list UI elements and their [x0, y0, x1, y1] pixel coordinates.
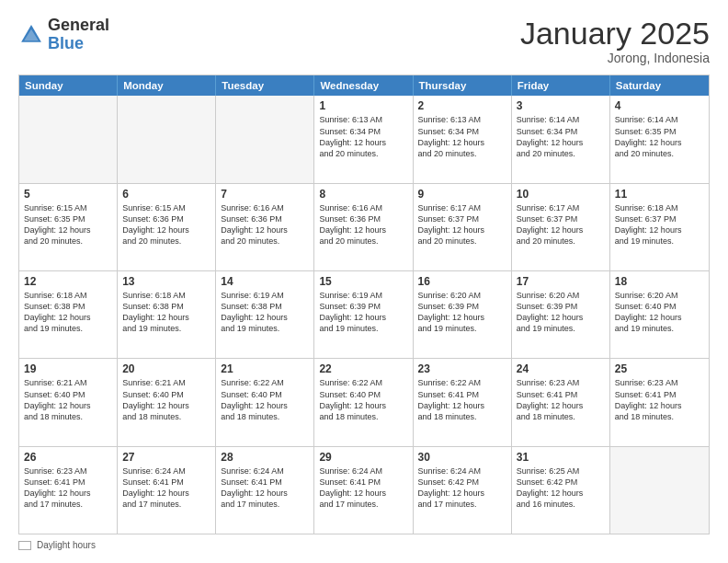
day-number: 2 [418, 99, 506, 112]
day-number: 6 [122, 188, 210, 201]
header: General Blue January 2025 Jorong, Indone… [18, 17, 710, 65]
day-number: 28 [221, 451, 309, 464]
calendar-cell: 4Sunrise: 6:14 AM Sunset: 6:35 PM Daylig… [610, 96, 709, 182]
calendar-cell: 2Sunrise: 6:13 AM Sunset: 6:34 PM Daylig… [414, 96, 512, 182]
calendar-cell: 17Sunrise: 6:20 AM Sunset: 6:39 PM Dayli… [512, 271, 610, 358]
calendar-cell: 11Sunrise: 6:18 AM Sunset: 6:37 PM Dayli… [610, 184, 709, 270]
calendar-title: January 2025 [520, 17, 710, 51]
calendar-cell: 3Sunrise: 6:14 AM Sunset: 6:34 PM Daylig… [512, 96, 610, 182]
calendar: SundayMondayTuesdayWednesdayThursdayFrid… [18, 75, 710, 534]
day-number: 5 [24, 188, 112, 201]
calendar-cell: 12Sunrise: 6:18 AM Sunset: 6:38 PM Dayli… [19, 271, 118, 358]
day-number: 24 [517, 362, 605, 375]
cell-details: Sunrise: 6:22 AM Sunset: 6:41 PM Dayligh… [418, 377, 506, 422]
day-number: 1 [319, 99, 407, 112]
day-number: 16 [418, 275, 506, 288]
day-number: 31 [517, 451, 605, 464]
calendar-week-row: 26Sunrise: 6:23 AM Sunset: 6:41 PM Dayli… [19, 446, 709, 534]
day-number: 30 [418, 451, 506, 464]
calendar-subtitle: Jorong, Indonesia [520, 51, 710, 65]
calendar-cell: 9Sunrise: 6:17 AM Sunset: 6:37 PM Daylig… [414, 184, 512, 270]
calendar-cell: 7Sunrise: 6:16 AM Sunset: 6:36 PM Daylig… [216, 184, 314, 270]
day-number: 19 [24, 362, 112, 375]
calendar-cell: 23Sunrise: 6:22 AM Sunset: 6:41 PM Dayli… [414, 359, 512, 445]
daylight-box [18, 541, 31, 550]
calendar-header-row: SundayMondayTuesdayWednesdayThursdayFrid… [19, 75, 709, 96]
cell-details: Sunrise: 6:19 AM Sunset: 6:39 PM Dayligh… [319, 290, 407, 335]
calendar-cell: 31Sunrise: 6:25 AM Sunset: 6:42 PM Dayli… [512, 447, 610, 534]
cell-details: Sunrise: 6:16 AM Sunset: 6:36 PM Dayligh… [221, 202, 309, 247]
calendar-week-row: 1Sunrise: 6:13 AM Sunset: 6:34 PM Daylig… [19, 96, 709, 182]
cell-details: Sunrise: 6:20 AM Sunset: 6:40 PM Dayligh… [615, 290, 704, 335]
day-number: 9 [418, 188, 506, 201]
calendar-cell: 15Sunrise: 6:19 AM Sunset: 6:39 PM Dayli… [314, 271, 413, 358]
calendar-cell: 1Sunrise: 6:13 AM Sunset: 6:34 PM Daylig… [314, 96, 413, 182]
calendar-cell: 22Sunrise: 6:22 AM Sunset: 6:40 PM Dayli… [314, 359, 413, 445]
calendar-cell: 24Sunrise: 6:23 AM Sunset: 6:41 PM Dayli… [512, 359, 610, 445]
cell-details: Sunrise: 6:21 AM Sunset: 6:40 PM Dayligh… [24, 377, 112, 422]
cell-details: Sunrise: 6:20 AM Sunset: 6:39 PM Dayligh… [517, 290, 605, 335]
calendar-body: 1Sunrise: 6:13 AM Sunset: 6:34 PM Daylig… [19, 96, 709, 534]
cell-details: Sunrise: 6:23 AM Sunset: 6:41 PM Dayligh… [615, 377, 704, 422]
cell-details: Sunrise: 6:13 AM Sunset: 6:34 PM Dayligh… [319, 114, 407, 159]
cell-details: Sunrise: 6:13 AM Sunset: 6:34 PM Dayligh… [418, 114, 506, 159]
cell-details: Sunrise: 6:17 AM Sunset: 6:37 PM Dayligh… [418, 202, 506, 247]
calendar-day-header: Monday [118, 75, 216, 96]
day-number: 8 [319, 188, 407, 201]
day-number: 25 [615, 362, 704, 375]
cell-details: Sunrise: 6:22 AM Sunset: 6:40 PM Dayligh… [319, 377, 407, 422]
calendar-cell: 21Sunrise: 6:22 AM Sunset: 6:40 PM Dayli… [216, 359, 314, 445]
cell-details: Sunrise: 6:22 AM Sunset: 6:40 PM Dayligh… [221, 377, 309, 422]
day-number: 12 [24, 275, 112, 288]
cell-details: Sunrise: 6:24 AM Sunset: 6:41 PM Dayligh… [319, 465, 407, 511]
calendar-day-header: Saturday [610, 75, 709, 96]
day-number: 22 [319, 362, 407, 375]
day-number: 15 [319, 275, 407, 288]
calendar-cell [610, 447, 709, 534]
calendar-day-header: Wednesday [314, 75, 413, 96]
day-number: 20 [122, 362, 210, 375]
calendar-week-row: 19Sunrise: 6:21 AM Sunset: 6:40 PM Dayli… [19, 358, 709, 445]
calendar-cell: 6Sunrise: 6:15 AM Sunset: 6:36 PM Daylig… [118, 184, 216, 270]
logo: General Blue [18, 17, 109, 53]
calendar-cell: 25Sunrise: 6:23 AM Sunset: 6:41 PM Dayli… [610, 359, 709, 445]
calendar-cell: 20Sunrise: 6:21 AM Sunset: 6:40 PM Dayli… [118, 359, 216, 445]
cell-details: Sunrise: 6:14 AM Sunset: 6:34 PM Dayligh… [517, 114, 605, 159]
cell-details: Sunrise: 6:16 AM Sunset: 6:36 PM Dayligh… [319, 202, 407, 247]
cell-details: Sunrise: 6:14 AM Sunset: 6:35 PM Dayligh… [615, 114, 704, 159]
cell-details: Sunrise: 6:23 AM Sunset: 6:41 PM Dayligh… [517, 377, 605, 422]
calendar-cell: 13Sunrise: 6:18 AM Sunset: 6:38 PM Dayli… [118, 271, 216, 358]
calendar-week-row: 12Sunrise: 6:18 AM Sunset: 6:38 PM Dayli… [19, 270, 709, 358]
calendar-day-header: Sunday [19, 75, 118, 96]
day-number: 13 [122, 275, 210, 288]
calendar-cell: 5Sunrise: 6:15 AM Sunset: 6:35 PM Daylig… [19, 184, 118, 270]
cell-details: Sunrise: 6:25 AM Sunset: 6:42 PM Dayligh… [517, 465, 605, 511]
day-number: 7 [221, 188, 309, 201]
cell-details: Sunrise: 6:17 AM Sunset: 6:37 PM Dayligh… [517, 202, 605, 247]
calendar-cell [19, 96, 118, 182]
calendar-cell: 30Sunrise: 6:24 AM Sunset: 6:42 PM Dayli… [414, 447, 512, 534]
cell-details: Sunrise: 6:23 AM Sunset: 6:41 PM Dayligh… [24, 465, 112, 511]
day-number: 21 [221, 362, 309, 375]
calendar-cell: 8Sunrise: 6:16 AM Sunset: 6:36 PM Daylig… [314, 184, 413, 270]
calendar-day-header: Friday [512, 75, 610, 96]
calendar-day-header: Thursday [414, 75, 512, 96]
calendar-cell [118, 96, 216, 182]
calendar-cell: 19Sunrise: 6:21 AM Sunset: 6:40 PM Dayli… [19, 359, 118, 445]
calendar-cell: 26Sunrise: 6:23 AM Sunset: 6:41 PM Dayli… [19, 447, 118, 534]
calendar-day-header: Tuesday [216, 75, 314, 96]
calendar-cell: 10Sunrise: 6:17 AM Sunset: 6:37 PM Dayli… [512, 184, 610, 270]
cell-details: Sunrise: 6:21 AM Sunset: 6:40 PM Dayligh… [122, 377, 210, 422]
cell-details: Sunrise: 6:24 AM Sunset: 6:42 PM Dayligh… [418, 465, 506, 511]
day-number: 27 [122, 451, 210, 464]
calendar-cell: 16Sunrise: 6:20 AM Sunset: 6:39 PM Dayli… [414, 271, 512, 358]
day-number: 3 [517, 99, 605, 112]
calendar-week-row: 5Sunrise: 6:15 AM Sunset: 6:35 PM Daylig… [19, 183, 709, 270]
day-number: 18 [615, 275, 704, 288]
calendar-cell [216, 96, 314, 182]
cell-details: Sunrise: 6:15 AM Sunset: 6:35 PM Dayligh… [24, 202, 112, 247]
logo-text: General Blue [48, 17, 109, 53]
cell-details: Sunrise: 6:24 AM Sunset: 6:41 PM Dayligh… [122, 465, 210, 511]
day-number: 26 [24, 451, 112, 464]
logo-icon [18, 22, 44, 48]
